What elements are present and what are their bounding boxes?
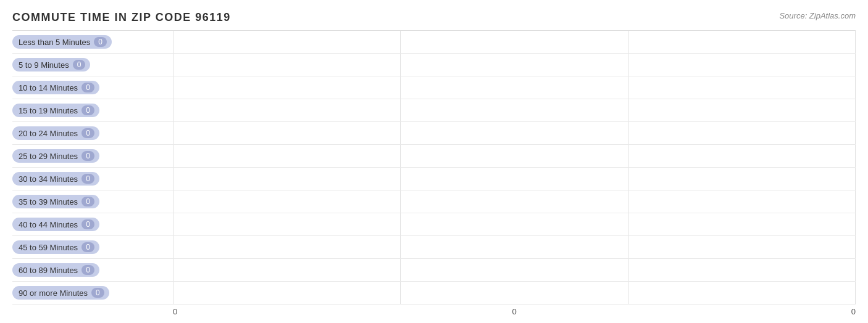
bar-label: 5 to 9 Minutes 0	[12, 58, 90, 72]
bar-label-text: Less than 5 Minutes	[19, 38, 90, 47]
bar-track	[173, 168, 856, 190]
bar-label-text: 30 to 34 Minutes	[19, 174, 78, 184]
bar-row: 30 to 34 Minutes 0	[12, 168, 856, 190]
bar-label: 40 to 44 Minutes 0	[12, 218, 99, 231]
bar-label: 90 or more Minutes 0	[12, 286, 109, 300]
bar-track	[173, 145, 856, 167]
bar-track	[173, 99, 856, 121]
bar-label-wrap: 60 to 89 Minutes 0	[12, 263, 173, 277]
bar-label-text: 40 to 44 Minutes	[19, 220, 78, 229]
bar-track	[173, 31, 856, 53]
bar-value-badge: 0	[81, 265, 94, 275]
bar-label-wrap: 25 to 29 Minutes 0	[12, 149, 173, 163]
bar-label-wrap: 45 to 59 Minutes 0	[12, 240, 173, 254]
bar-track	[173, 54, 856, 76]
chart-title: COMMUTE TIME IN ZIP CODE 96119	[12, 11, 856, 24]
bar-row: 25 to 29 Minutes 0	[12, 145, 856, 168]
bar-row: 5 to 9 Minutes 0	[12, 54, 856, 76]
bar-row: Less than 5 Minutes 0	[12, 31, 856, 54]
bar-value-badge: 0	[81, 105, 94, 115]
bar-value-badge: 0	[81, 174, 94, 184]
bar-label-wrap: 15 to 19 Minutes 0	[12, 104, 173, 117]
bar-label-text: 15 to 19 Minutes	[19, 106, 78, 115]
bar-label: 15 to 19 Minutes 0	[12, 104, 99, 117]
bar-label-wrap: 30 to 34 Minutes 0	[12, 172, 173, 186]
bar-label-text: 25 to 29 Minutes	[19, 152, 78, 161]
bar-track	[173, 259, 856, 281]
bar-track	[173, 122, 856, 144]
bar-row: 10 to 14 Minutes 0	[12, 76, 856, 99]
bar-value-badge: 0	[73, 60, 86, 70]
bar-label-wrap: 40 to 44 Minutes 0	[12, 218, 173, 231]
bar-label-text: 60 to 89 Minutes	[19, 266, 78, 275]
bar-label-text: 10 to 14 Minutes	[19, 83, 78, 92]
bar-label-wrap: Less than 5 Minutes 0	[12, 35, 173, 49]
x-tick-1: 0	[401, 307, 628, 316]
bar-track	[173, 236, 856, 258]
bar-label-wrap: 10 to 14 Minutes 0	[12, 81, 173, 94]
bar-value-badge: 0	[81, 242, 94, 252]
x-tick-2: 0	[628, 307, 856, 316]
bar-row: 60 to 89 Minutes 0	[12, 259, 856, 282]
bar-label: 60 to 89 Minutes 0	[12, 263, 99, 277]
bar-label-text: 45 to 59 Minutes	[19, 243, 78, 252]
chart-container: COMMUTE TIME IN ZIP CODE 96119 Source: Z…	[0, 0, 868, 323]
bar-value-badge: 0	[81, 128, 94, 138]
bar-value-badge: 0	[81, 151, 94, 161]
bar-label: 20 to 24 Minutes 0	[12, 126, 99, 140]
bar-label-text: 20 to 24 Minutes	[19, 129, 78, 138]
bar-label: 10 to 14 Minutes 0	[12, 81, 99, 94]
x-axis: 0 0 0	[12, 307, 856, 316]
bar-value-badge: 0	[91, 288, 104, 298]
bar-value-badge: 0	[81, 83, 94, 92]
bar-row: 40 to 44 Minutes 0	[12, 213, 856, 236]
bar-label-wrap: 35 to 39 Minutes 0	[12, 195, 173, 208]
chart-area: Less than 5 Minutes 0 5 to 9 Minutes 0 1	[12, 30, 856, 305]
source-label: Source: ZipAtlas.com	[779, 11, 856, 20]
bar-row: 35 to 39 Minutes 0	[12, 190, 856, 213]
x-tick-0: 0	[173, 307, 401, 316]
bar-label: 25 to 29 Minutes 0	[12, 149, 99, 163]
bar-label-wrap: 20 to 24 Minutes 0	[12, 126, 173, 140]
bar-row: 45 to 59 Minutes 0	[12, 236, 856, 259]
bar-row: 90 or more Minutes 0	[12, 282, 856, 305]
bar-label-wrap: 90 or more Minutes 0	[12, 286, 173, 300]
bar-label-wrap: 5 to 9 Minutes 0	[12, 58, 173, 72]
bar-label: Less than 5 Minutes 0	[12, 35, 112, 49]
bar-value-badge: 0	[94, 37, 107, 47]
bar-track	[173, 76, 856, 99]
bar-label-text: 35 to 39 Minutes	[19, 197, 78, 206]
bar-value-badge: 0	[81, 197, 94, 206]
bar-label-text: 90 or more Minutes	[19, 288, 88, 298]
bar-row: 15 to 19 Minutes 0	[12, 99, 856, 122]
bar-track	[173, 282, 856, 304]
bar-value-badge: 0	[81, 219, 94, 229]
bar-track	[173, 190, 856, 213]
bar-row: 20 to 24 Minutes 0	[12, 122, 856, 145]
bar-label: 30 to 34 Minutes 0	[12, 172, 99, 186]
bar-label: 45 to 59 Minutes 0	[12, 240, 99, 254]
bar-label: 35 to 39 Minutes 0	[12, 195, 99, 208]
bar-label-text: 5 to 9 Minutes	[19, 60, 69, 70]
bar-track	[173, 213, 856, 235]
